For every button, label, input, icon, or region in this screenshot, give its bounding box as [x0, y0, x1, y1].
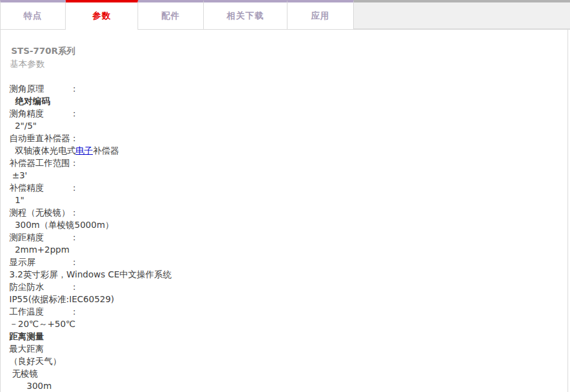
spec-line: 防尘防水 ： — [9, 281, 555, 293]
spec-text: 无棱镜 — [9, 368, 38, 378]
spec-text: 测角原理 ： — [9, 84, 79, 94]
tab-applications[interactable]: 应用 — [287, 0, 354, 30]
spec-line: 测角原理 ： — [9, 82, 555, 95]
spec-text: 补偿精度 ： — [9, 183, 79, 193]
spec-text: 显示屏 ： — [9, 257, 79, 267]
spec-line: 绝对编码 — [9, 95, 555, 107]
spec-text: 自动垂直补偿器： — [9, 133, 79, 143]
spec-line: 距离测量 — [9, 330, 555, 342]
spec-line: 测角精度 ： — [9, 107, 555, 120]
tab-features[interactable]: 特点 — [0, 0, 66, 30]
spec-text: 测距精度 ： — [9, 232, 79, 242]
spec-line: IP55(依据标准:IEC60529) — [9, 293, 555, 305]
spec-text: －20℃～+50℃ — [9, 319, 76, 329]
spec-text: 距离测量 — [9, 331, 44, 341]
spec-line: 2mm+2ppm — [9, 243, 555, 256]
spec-text: 双轴液体光电式 — [9, 146, 76, 155]
spec-text: （良好天气） — [9, 356, 61, 366]
spec-list: 测角原理 ： 绝对编码测角精度 ： 2"/5"自动垂直补偿器： 双轴液体光电式电… — [9, 82, 555, 392]
spec-text: 300m — [9, 381, 51, 391]
spec-text: IP55(依据标准:IEC60529) — [9, 294, 114, 304]
spec-line: 300m（单棱镜5000m） — [9, 219, 555, 231]
spec-line: 2"/5" — [9, 120, 555, 132]
inline-link[interactable]: 电子 — [76, 146, 93, 155]
spec-line: 最大距离 — [9, 342, 555, 355]
spacer — [9, 70, 555, 82]
spec-line: ±3' — [9, 169, 555, 181]
spec-line: 补偿器工作范围： — [9, 157, 555, 169]
spec-text: 300m（单棱镜5000m） — [9, 220, 114, 230]
spec-line: 1" — [9, 194, 555, 206]
spec-line: 双轴液体光电式电子补偿器 — [9, 144, 555, 157]
series-title: STS-770R系列 — [9, 44, 555, 58]
tab-accessories[interactable]: 配件 — [138, 0, 204, 30]
spec-text: 工作温度 ： — [9, 307, 79, 316]
spec-line: 测程（无棱镜）： — [9, 206, 555, 219]
spec-line: 工作温度 ： — [9, 305, 555, 318]
spec-text: 1" — [9, 195, 24, 205]
spec-text: 2mm+2ppm — [9, 245, 69, 255]
section-subtitle: 基本参数 — [9, 58, 555, 70]
tab-parameters[interactable]: 参数 — [66, 0, 138, 30]
spec-text: 最大距离 — [9, 344, 44, 354]
spec-line: 3.2英寸彩屏，Windows CE中文操作系统 — [9, 268, 555, 281]
spec-text: 3.2英寸彩屏，Windows CE中文操作系统 — [9, 269, 172, 279]
spec-text: 测程（无棱镜）： — [9, 207, 79, 217]
product-spec-page: 特点参数配件相关下载应用 STS-770R系列 基本参数 测角原理 ： 绝对编码… — [0, 0, 570, 392]
tab-downloads[interactable]: 相关下载 — [204, 0, 287, 30]
tab-bar: 特点参数配件相关下载应用 — [0, 0, 570, 30]
spec-text: 测角精度 ： — [9, 108, 79, 118]
spec-line: 300m — [9, 380, 555, 392]
spec-text: 补偿器工作范围： — [9, 158, 79, 168]
spec-line: 无棱镜 — [9, 367, 555, 380]
spec-text: 绝对编码 — [9, 96, 50, 106]
spec-text: ±3' — [9, 170, 27, 180]
spec-line: 显示屏 ： — [9, 256, 555, 268]
content-panel: STS-770R系列 基本参数 测角原理 ： 绝对编码测角精度 ： 2"/5"自… — [0, 30, 568, 392]
spec-text: 2"/5" — [9, 121, 37, 131]
spec-line: （良好天气） — [9, 355, 555, 367]
spec-line: －20℃～+50℃ — [9, 318, 555, 330]
spec-text: 补偿器 — [93, 146, 119, 155]
tab-bar-filler — [354, 0, 570, 30]
spec-line: 自动垂直补偿器： — [9, 132, 555, 144]
spec-text: 防尘防水 ： — [9, 282, 79, 292]
spec-line: 测距精度 ： — [9, 231, 555, 243]
spec-line: 补偿精度 ： — [9, 181, 555, 194]
